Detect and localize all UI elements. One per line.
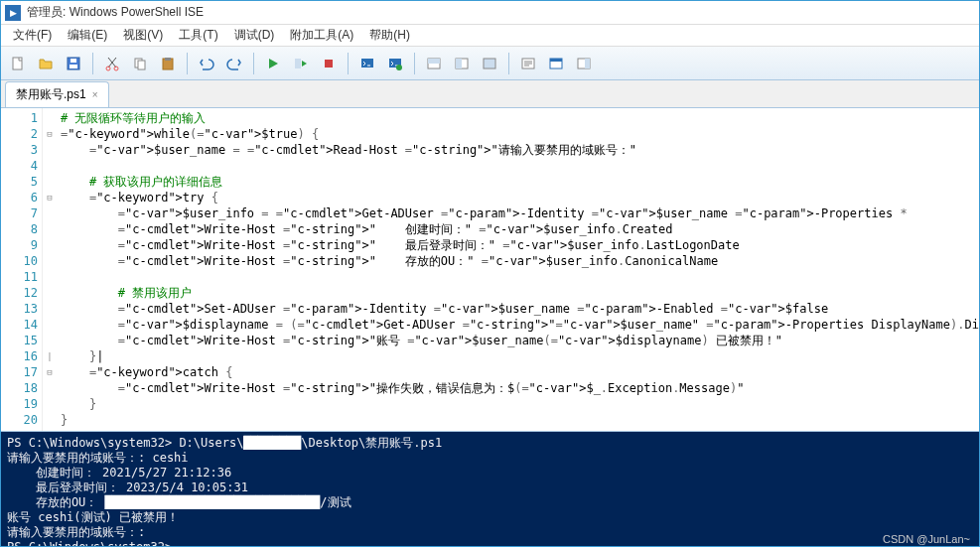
layout-pane1-icon[interactable] — [421, 51, 447, 76]
redo-icon[interactable] — [221, 51, 247, 76]
tab-script[interactable]: 禁用账号.ps1 × — [5, 81, 109, 107]
menu-view[interactable]: 视图(V) — [115, 25, 171, 46]
menubar: 文件(F) 编辑(E) 视图(V) 工具(T) 调试(D) 附加工具(A) 帮助… — [1, 25, 979, 47]
tabbar: 禁用账号.ps1 × — [1, 80, 979, 108]
toolbar-separator — [187, 53, 188, 74]
toolbar — [1, 47, 979, 80]
new-file-icon[interactable] — [5, 51, 31, 76]
menu-tools[interactable]: 工具(T) — [171, 25, 225, 46]
toolbar-separator — [414, 53, 415, 74]
tab-label: 禁用账号.ps1 — [16, 86, 86, 103]
menu-addons[interactable]: 附加工具(A) — [282, 25, 361, 46]
stop-icon[interactable] — [316, 51, 342, 76]
show-command-icon[interactable] — [543, 51, 569, 76]
run-selection-icon[interactable] — [288, 51, 314, 76]
layout-pane2-icon[interactable] — [449, 51, 475, 76]
app-icon: ▶ — [5, 5, 21, 21]
menu-edit[interactable]: 编辑(E) — [60, 25, 115, 46]
undo-icon[interactable] — [194, 51, 219, 76]
svg-rect-3 — [70, 65, 77, 68]
cut-icon[interactable] — [99, 51, 125, 76]
watermark: CSDN @JunLan~ — [883, 533, 970, 545]
svg-rect-0 — [13, 58, 22, 69]
open-folder-icon[interactable] — [33, 51, 59, 76]
toolbar-separator — [92, 53, 93, 74]
start-powershell-icon[interactable] — [382, 51, 408, 76]
titlebar: ▶ 管理员: Windows PowerShell ISE — [1, 1, 979, 25]
svg-rect-10 — [295, 59, 301, 68]
svg-rect-12 — [361, 59, 373, 68]
remote-powershell-icon[interactable] — [354, 51, 380, 76]
show-script-pane-icon[interactable] — [515, 51, 541, 76]
code-area[interactable]: # 无限循环等待用户的输入="c-keyword">while(="c-var"… — [57, 108, 979, 431]
show-toolbox-icon[interactable] — [571, 51, 597, 76]
fold-gutter: ⊟⊟|⊟ — [43, 108, 57, 431]
layout-pane3-icon[interactable] — [477, 51, 502, 76]
toolbar-separator — [508, 53, 509, 74]
svg-rect-16 — [428, 59, 440, 64]
svg-rect-22 — [550, 59, 562, 62]
save-icon[interactable] — [61, 51, 86, 76]
editor-pane[interactable]: 1234567891011121314151617181920 ⊟⊟|⊟ # 无… — [1, 108, 979, 432]
toolbar-separator — [253, 53, 254, 74]
svg-point-14 — [396, 65, 402, 70]
svg-rect-9 — [165, 58, 171, 61]
line-numbers-gutter: 1234567891011121314151617181920 — [1, 108, 43, 431]
menu-debug[interactable]: 调试(D) — [226, 25, 283, 46]
run-icon[interactable] — [260, 51, 286, 76]
menu-file[interactable]: 文件(F) — [5, 25, 60, 46]
copy-icon[interactable] — [127, 51, 153, 76]
paste-icon[interactable] — [155, 51, 181, 76]
svg-rect-19 — [484, 59, 495, 68]
svg-rect-7 — [138, 61, 145, 69]
svg-rect-18 — [456, 59, 462, 68]
console-pane[interactable]: PS C:\Windows\system32> D:\Users\███████… — [1, 432, 979, 546]
svg-rect-24 — [585, 59, 590, 68]
menu-help[interactable]: 帮助(H) — [361, 25, 418, 46]
toolbar-separator — [348, 53, 349, 74]
close-icon[interactable]: × — [92, 89, 98, 100]
window-title: 管理员: Windows PowerShell ISE — [27, 4, 204, 21]
svg-rect-2 — [70, 59, 76, 63]
svg-rect-11 — [325, 60, 333, 68]
